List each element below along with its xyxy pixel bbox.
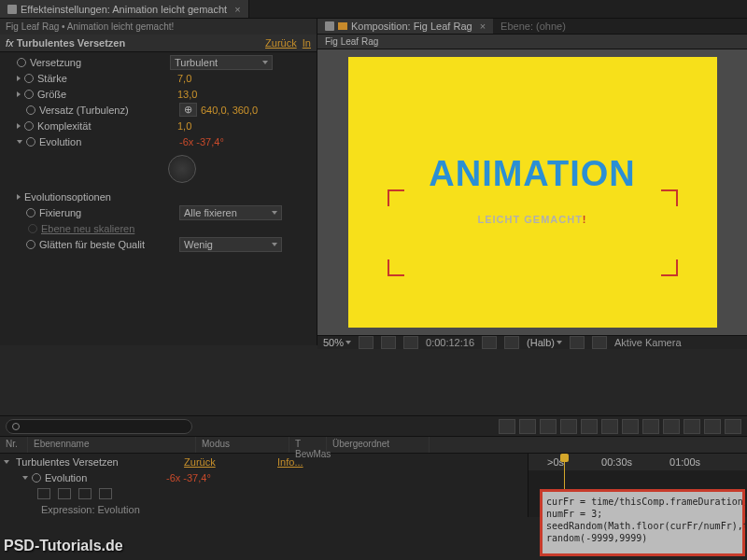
versatz-value[interactable]: 640,0, 360,0: [201, 105, 258, 116]
stopwatch-icon[interactable]: [26, 208, 35, 217]
stopwatch-icon[interactable]: [26, 105, 35, 115]
timecode[interactable]: 0:00:12:16: [426, 337, 474, 348]
tool-text-icon[interactable]: [684, 419, 700, 434]
chevron-down-icon: [272, 243, 277, 246]
stopwatch-icon[interactable]: [26, 240, 35, 249]
evolution-value[interactable]: -6x -37,4°: [179, 136, 224, 147]
tab-close-icon[interactable]: ×: [234, 4, 240, 15]
zoom-control[interactable]: 50%: [323, 337, 351, 348]
anchor-point-icon[interactable]: ⊕: [179, 103, 197, 117]
col-parent[interactable]: Übergeordnet: [327, 437, 430, 453]
glaetten-dropdown[interactable]: Wenig: [179, 237, 282, 252]
guides-icon[interactable]: [403, 336, 418, 349]
expand-icon[interactable]: [17, 91, 21, 97]
prop-evolution[interactable]: Evolution-6x -37,4°: [0, 133, 317, 149]
canvas-text-line2: LEICHT GEMACHT!: [477, 193, 586, 229]
timeline-panel: Nr. Ebenenname Modus T BewMas Übergeordn…: [0, 415, 747, 560]
expand-icon[interactable]: [17, 76, 21, 81]
tool-camera-icon[interactable]: [581, 419, 598, 434]
prop-komplex[interactable]: Komplexität1,0: [0, 118, 317, 133]
col-nr[interactable]: Nr.: [0, 437, 28, 453]
comp-canvas: ANIMATION LEICHT GEMACHT!: [348, 57, 717, 328]
info-link[interactable]: In: [303, 37, 311, 49]
tool-stamp-icon[interactable]: [725, 419, 741, 434]
tool-hand-icon[interactable]: [519, 419, 536, 434]
tool-zoom-icon[interactable]: [540, 419, 557, 434]
timeline-toolbar: [0, 416, 747, 437]
tool-rotate-icon[interactable]: [560, 419, 577, 434]
tool-brush-icon[interactable]: [704, 419, 721, 434]
stopwatch-icon[interactable]: [24, 74, 34, 83]
snapshot-icon[interactable]: [482, 336, 497, 349]
resolution-icon[interactable]: [359, 336, 374, 349]
groesse-value[interactable]: 13,0: [177, 89, 197, 100]
folder-icon: [338, 22, 347, 30]
expression-enable-icon[interactable]: [37, 488, 50, 499]
prop-evooptions[interactable]: Evolutionsoptionen: [0, 189, 317, 204]
chevron-down-icon: [345, 341, 351, 344]
prop-versatz[interactable]: Versatz (Turbulenz)⊕640,0, 360,0: [0, 102, 317, 118]
comp-subtab[interactable]: Fig Leaf Rag: [317, 35, 747, 49]
expand-icon[interactable]: [17, 194, 21, 200]
stopwatch-icon[interactable]: [17, 58, 26, 67]
timeline-columns-header: Nr. Ebenenname Modus T BewMas Übergeordn…: [0, 437, 747, 454]
col-modus[interactable]: Modus: [196, 437, 289, 453]
composition-viewer[interactable]: ANIMATION LEICHT GEMACHT!: [317, 49, 747, 335]
tool-anchor-icon[interactable]: [622, 419, 639, 434]
effect-row[interactable]: Turbulentes VersetzenZurückInfo...: [0, 454, 528, 469]
collapse-icon[interactable]: [17, 140, 22, 144]
3d-icon[interactable]: [592, 336, 607, 349]
tool-rect-icon[interactable]: [642, 419, 659, 434]
stopwatch-icon[interactable]: [24, 90, 34, 99]
rotation-dial[interactable]: [168, 155, 196, 183]
komplex-value[interactable]: 1,0: [177, 120, 191, 132]
reset-link[interactable]: Zurück: [265, 37, 297, 49]
resolution-dropdown[interactable]: (Halb): [527, 337, 562, 348]
close-icon[interactable]: ×: [480, 21, 486, 32]
viewer-footer: 50% 0:00:12:16 (Halb) Aktive Kamera: [317, 335, 747, 349]
staerke-value[interactable]: 7,0: [177, 73, 191, 84]
prop-staerke[interactable]: Stärke7,0: [0, 70, 317, 86]
tool-pen-icon[interactable]: [663, 419, 680, 434]
channel-icon[interactable]: [504, 336, 519, 349]
view-icon[interactable]: [570, 336, 585, 349]
collapse-icon[interactable]: [22, 476, 28, 480]
evolution-row[interactable]: Evolution-6x -37,4°: [0, 469, 528, 485]
expression-label: Expression: Evolution: [0, 501, 528, 517]
tab-label: Effekteinstellungen: Animation leicht ge…: [21, 4, 227, 15]
fx-icon: fx: [6, 37, 17, 49]
lock-icon: [325, 21, 334, 31]
tab-effect-settings[interactable]: Effekteinstellungen: Animation leicht ge…: [0, 0, 249, 18]
tool-pan-icon[interactable]: [601, 419, 618, 434]
expression-graph-icon[interactable]: [58, 488, 71, 499]
prop-fixierung[interactable]: FixierungAlle fixieren: [0, 204, 317, 220]
versetzung-dropdown[interactable]: Turbulent: [170, 55, 273, 70]
expression-editor[interactable]: curFr = time/thisComp.frameDuration; num…: [540, 489, 745, 556]
prop-groesse[interactable]: Größe13,0: [0, 86, 317, 102]
tab-komposition[interactable]: Komposition: Fig Leaf Rag×: [317, 19, 493, 34]
camera-dropdown[interactable]: Aktive Kamera: [614, 337, 682, 348]
fixierung-dropdown[interactable]: Alle fixieren: [179, 205, 282, 220]
prop-glaetten[interactable]: Glätten für beste QualitWenig: [0, 236, 317, 252]
pickwhip-icon[interactable]: [78, 488, 92, 499]
stopwatch-icon[interactable]: [32, 473, 41, 483]
search-icon: [12, 423, 20, 430]
collapse-icon[interactable]: [4, 460, 9, 464]
effect-name[interactable]: Turbulentes Versetzen: [17, 37, 126, 49]
timeline-tools: [499, 419, 741, 434]
tool-cursor-icon[interactable]: [499, 419, 515, 434]
expand-icon[interactable]: [17, 123, 21, 129]
tab-ebene[interactable]: Ebene: (ohne): [493, 19, 573, 34]
prop-versetzung[interactable]: VersetzungTurbulent: [0, 54, 317, 70]
grid-icon[interactable]: [381, 336, 396, 349]
effect-header: fx Turbulentes Versetzen Zurück In: [0, 35, 317, 52]
stopwatch-icon[interactable]: [26, 137, 35, 147]
expression-menu-icon[interactable]: [99, 488, 112, 499]
breadcrumb: Fig Leaf Rag • Animation leicht gemacht!: [0, 19, 317, 35]
corner-bracket: [388, 189, 404, 206]
col-name[interactable]: Ebenenname: [28, 437, 196, 453]
corner-bracket: [388, 259, 404, 276]
search-input[interactable]: [6, 419, 192, 434]
stopwatch-icon[interactable]: [24, 121, 34, 131]
col-trackmatte[interactable]: T BewMas: [289, 437, 327, 453]
